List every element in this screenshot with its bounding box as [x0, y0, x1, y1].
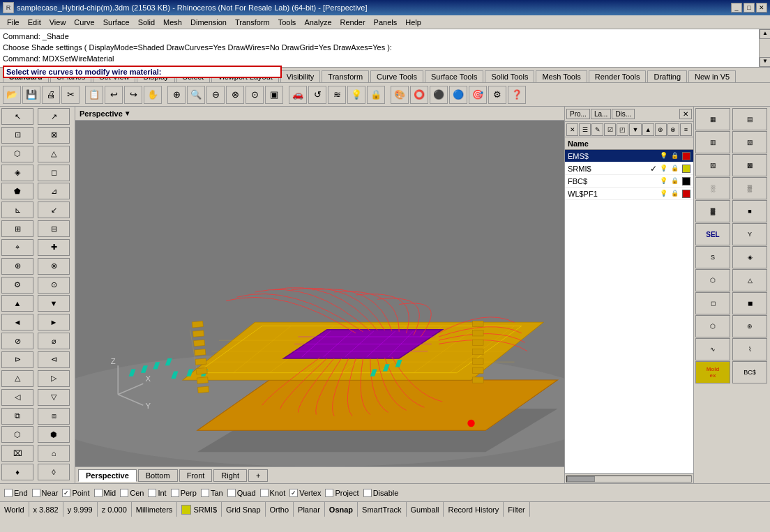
toolbar-btn-0[interactable]: 📂: [3, 86, 21, 104]
toolbar-btn-14[interactable]: 🚗: [289, 86, 307, 104]
toolbar-btn-24[interactable]: ⚙: [488, 86, 506, 104]
layer-color-box[interactable]: [682, 165, 690, 173]
osnap-checkbox-vertex[interactable]: ✓: [289, 489, 298, 497]
osnap-item-point[interactable]: ✓Point: [62, 489, 89, 497]
left-tool-34[interactable]: ⬡: [1, 426, 33, 443]
left-tool-0[interactable]: ↖: [1, 108, 33, 125]
far-right-btn-18[interactable]: ⬡: [695, 315, 730, 337]
far-right-btn-4[interactable]: ▨: [695, 154, 730, 176]
left-tool-3[interactable]: ⊠: [38, 127, 70, 144]
left-tool-39[interactable]: ◊: [38, 464, 70, 480]
far-right-btn-21[interactable]: ⌇: [732, 338, 767, 360]
menu-item-edit[interactable]: Edit: [24, 17, 45, 28]
left-tool-29[interactable]: ▷: [38, 370, 70, 387]
far-right-btn-5[interactable]: ▩: [732, 154, 767, 176]
layers-close-button[interactable]: ✕: [679, 109, 692, 119]
menu-item-view[interactable]: View: [45, 17, 70, 28]
layers-tool-1[interactable]: ☰: [579, 123, 591, 136]
command-scrollbar[interactable]: ▲ ▼: [759, 29, 770, 67]
osnap-item-end[interactable]: End: [4, 489, 28, 497]
filter-button[interactable]: Filter: [504, 502, 529, 517]
layer-row-wl$pf1[interactable]: WL$PF1💡🔒: [565, 188, 693, 200]
toolbar-btn-12[interactable]: ⊙: [246, 86, 264, 104]
menu-item-render[interactable]: Render: [336, 17, 370, 28]
layer-row-srmi$[interactable]: SRMI$✓💡🔒: [565, 162, 693, 175]
layer-lock-icon[interactable]: 🔒: [671, 165, 679, 173]
left-tool-19[interactable]: ⊙: [38, 277, 70, 294]
layer-lock-icon[interactable]: 🔒: [671, 190, 679, 198]
osnap-checkbox-perp[interactable]: [171, 489, 179, 497]
left-tool-22[interactable]: ◄: [1, 314, 33, 330]
osnap-checkbox-project[interactable]: [325, 489, 333, 497]
osnap-button[interactable]: Osnap: [325, 502, 358, 517]
menu-item-transform[interactable]: Transform: [231, 17, 274, 28]
viewport-canvas[interactable]: Z Y X: [75, 121, 564, 466]
toolbar-btn-18[interactable]: 🔒: [367, 86, 385, 104]
layers-tab-dis.[interactable]: Dis...: [612, 109, 635, 119]
left-tool-17[interactable]: ⊗: [38, 258, 70, 275]
osnap-item-vertex[interactable]: ✓Vertex: [289, 489, 321, 497]
osnap-item-mid[interactable]: Mid: [94, 489, 116, 497]
left-tool-16[interactable]: ⊕: [1, 258, 33, 275]
planar-button[interactable]: Planar: [294, 502, 325, 517]
osnap-item-perp[interactable]: Perp: [171, 489, 197, 497]
toolbar-btn-16[interactable]: ≋: [328, 86, 346, 104]
toolbar-btn-3[interactable]: ✂: [61, 86, 80, 104]
far-right-btn-3[interactable]: ▧: [732, 131, 767, 153]
mold-label-button[interactable]: Mold ex: [695, 361, 730, 383]
ortho-button[interactable]: Ortho: [266, 502, 294, 517]
far-right-btn-11[interactable]: Y: [732, 223, 767, 245]
left-tool-35[interactable]: ⬢: [38, 426, 70, 443]
far-right-btn-17[interactable]: ◼: [732, 292, 767, 314]
osnap-item-cen[interactable]: Cen: [120, 489, 144, 497]
minimize-button[interactable]: _: [731, 3, 742, 13]
toolbar-btn-1[interactable]: 💾: [22, 86, 40, 104]
osnap-item-project[interactable]: Project: [325, 489, 358, 497]
left-tool-5[interactable]: △: [38, 146, 70, 162]
far-right-btn-7[interactable]: ▒: [732, 177, 767, 199]
scroll-thumb[interactable]: [567, 476, 595, 482]
layer-visibility-icon[interactable]: 💡: [660, 177, 668, 185]
toolbar-btn-11[interactable]: ⊗: [226, 86, 244, 104]
osnap-checkbox-quad[interactable]: [227, 489, 236, 497]
left-tool-6[interactable]: ◈: [1, 165, 33, 181]
layers-tool-7[interactable]: ⊕: [655, 123, 667, 136]
toolbar-btn-13[interactable]: ▣: [265, 86, 283, 104]
left-tool-38[interactable]: ♦: [1, 464, 33, 480]
window-controls[interactable]: _ □ ✕: [731, 3, 767, 13]
osnap-item-quad[interactable]: Quad: [227, 489, 256, 497]
command-input[interactable]: [3, 66, 282, 78]
left-tool-14[interactable]: ⌖: [1, 239, 33, 256]
toolbar-btn-6[interactable]: ↪: [124, 86, 142, 104]
menu-item-dimension[interactable]: Dimension: [186, 17, 231, 28]
layers-tool-9[interactable]: ≡: [680, 123, 692, 136]
osnap-item-tan[interactable]: Tan: [201, 489, 223, 497]
layers-tool-2[interactable]: ✎: [591, 123, 603, 136]
far-right-btn-13[interactable]: ◈: [732, 246, 767, 268]
far-right-btn-10[interactable]: SEL: [695, 223, 730, 245]
toolbar-btn-22[interactable]: 🔵: [449, 86, 467, 104]
gumball-button[interactable]: Gumball: [407, 502, 444, 517]
menu-item-mesh[interactable]: Mesh: [159, 17, 186, 28]
osnap-item-int[interactable]: Int: [148, 489, 166, 497]
toolbar-btn-4[interactable]: 📋: [85, 86, 103, 104]
toolbar-btn-9[interactable]: 🔍: [187, 86, 205, 104]
left-tool-23[interactable]: ►: [38, 314, 70, 330]
osnap-checkbox-tan[interactable]: [201, 489, 209, 497]
viewport-tab-+[interactable]: +: [248, 469, 268, 482]
menu-item-solid[interactable]: Solid: [134, 17, 159, 28]
viewport-tab-perspective[interactable]: Perspective: [78, 469, 137, 482]
layer-lock-icon[interactable]: 🔒: [671, 177, 679, 185]
left-tool-36[interactable]: ⌧: [1, 445, 33, 462]
left-tool-18[interactable]: ⚙: [1, 277, 33, 294]
osnap-checkbox-point[interactable]: ✓: [62, 489, 70, 497]
left-tool-12[interactable]: ⊞: [1, 220, 33, 237]
close-button[interactable]: ✕: [756, 3, 767, 13]
left-tool-37[interactable]: ⌂: [38, 445, 70, 462]
far-right-btn-0[interactable]: ▦: [695, 108, 730, 130]
menu-item-tools[interactable]: Tools: [274, 17, 301, 28]
toolbar-btn-10[interactable]: ⊖: [206, 86, 225, 104]
far-right-btn-6[interactable]: ░: [695, 177, 730, 199]
left-tool-10[interactable]: ⊾: [1, 202, 33, 218]
left-tool-25[interactable]: ⌀: [38, 333, 70, 349]
